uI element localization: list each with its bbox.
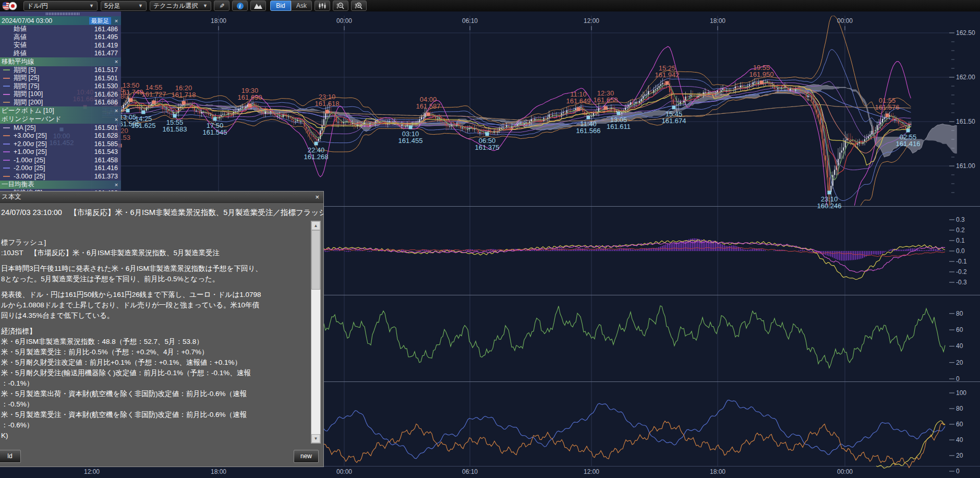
- y-axis-label: 0: [956, 468, 960, 475]
- indicator-label: 期間 [200]: [14, 98, 94, 107]
- indicator-row: +3.00σ [25]161.628: [0, 132, 121, 140]
- indicator-label: 終値: [14, 49, 94, 58]
- indicator-label: 始値: [14, 25, 94, 33]
- info-icon: i: [237, 3, 244, 9]
- indicator-value: 161.530: [94, 82, 118, 90]
- news-body-line: 8となった。5月製造業受注は予想を下回り、前月比-0.5%となった。: [1, 274, 309, 284]
- indicator-row: +1.00σ [25]161.543: [0, 148, 121, 157]
- chevron-down-icon: ▼: [89, 3, 94, 8]
- x-axis-label: 00:00: [837, 468, 853, 475]
- news-scrollbar[interactable]: ▲ ▼: [311, 221, 321, 444]
- news-body-line: 発表後、ドル・円は161円50銭から161円26銭まで下落し、ユーロ・ドルは1.…: [1, 290, 309, 300]
- x-axis-label: 18:00: [710, 17, 725, 25]
- svg-text:161.727: 161.727: [142, 90, 166, 98]
- svg-text:161.375: 161.375: [475, 144, 500, 151]
- timeframe-select[interactable]: 5分足 ▼: [101, 1, 147, 11]
- series-color-swatch: [3, 86, 10, 87]
- currency-flags: [2, 1, 20, 10]
- scrollbar-thumb[interactable]: [311, 230, 320, 290]
- news-body-line: ：-0.6%）: [1, 420, 309, 431]
- svg-text:161.583: 161.583: [163, 125, 187, 133]
- x-axis-label: 00:00: [837, 17, 853, 25]
- info-button[interactable]: i: [232, 1, 248, 11]
- svg-text:161.268: 161.268: [304, 153, 329, 161]
- x-axis-label: 18:00: [211, 468, 226, 475]
- indicator-label: +2.00σ [25]: [14, 140, 94, 148]
- indicator-value: 161.416: [94, 164, 118, 172]
- indicator-value: 161.477: [94, 50, 118, 57]
- oscillator-line: [313, 306, 945, 368]
- news-body-line: K): [1, 431, 309, 441]
- news-body-line: 経済指標】: [1, 326, 309, 337]
- y-axis-label: 0.2: [956, 226, 965, 234]
- news-body-line: [1, 284, 309, 290]
- y-axis-label: -0.2: [956, 268, 967, 276]
- svg-text:161.587: 161.587: [416, 102, 441, 110]
- ask-button[interactable]: Ask: [291, 1, 312, 11]
- news-body-line: [1, 321, 309, 326]
- section-title: 移動平均線: [2, 57, 113, 66]
- y-axis-label: 161.50: [956, 118, 975, 125]
- japan-flag-icon: [8, 2, 17, 10]
- indicator-label: MA [25]: [14, 124, 94, 132]
- news-body-line: 米・6月ISM非製造業景況指数：48.8（予想：52.7、5月：53.8）: [1, 337, 309, 347]
- y-axis-label: 40: [956, 436, 963, 444]
- y-axis-label: 0: [956, 375, 960, 383]
- zoom-in-button[interactable]: [351, 1, 367, 11]
- y-axis-label: -0.3: [956, 279, 967, 286]
- candle-chart-button[interactable]: [314, 1, 330, 11]
- newer-news-button[interactable]: new: [294, 450, 319, 463]
- x-axis-label: 06:10: [462, 468, 478, 475]
- svg-text:161.416: 161.416: [896, 140, 921, 148]
- technical-select[interactable]: テクニカル選択 ▼: [150, 1, 211, 11]
- indicator-row: 期間 [200]161.686: [0, 99, 121, 107]
- pair-select[interactable]: ドル/円 ▼: [23, 1, 98, 11]
- news-body-line: 米・5月製造業受注：前月比-0.5%（予想：+0.2%、4月：+0.7%）: [1, 347, 309, 357]
- news-body-line: :10JST 【市場反応】米・6月ISM非製造業景況指数、5月製造業受注: [1, 248, 309, 258]
- svg-text:161.674: 161.674: [662, 117, 686, 125]
- indicator-row: 期間 [75]161.530: [0, 82, 121, 91]
- close-icon[interactable]: ×: [315, 193, 319, 201]
- y-axis-label: -0.1: [956, 258, 967, 265]
- series-color-swatch: [3, 69, 10, 70]
- older-news-button[interactable]: ld: [0, 450, 21, 463]
- series-color-swatch: [3, 78, 10, 79]
- peak-label: 16:20161.718: [172, 84, 196, 105]
- svg-text:161.545: 161.545: [203, 128, 227, 136]
- indicator-row: 期間 [100]161.626: [0, 90, 121, 99]
- svg-text:160.246: 160.246: [817, 202, 842, 210]
- indicator-label: +3.00σ [25]: [14, 132, 94, 139]
- close-icon[interactable]: ×: [113, 116, 119, 123]
- indicator-label: +1.00σ [25]: [14, 148, 94, 156]
- area-chart-button[interactable]: [250, 1, 266, 11]
- news-window-title: ス本文: [2, 193, 315, 201]
- close-icon[interactable]: ×: [113, 18, 119, 24]
- series-color-swatch: [3, 151, 10, 152]
- draw-tool-button[interactable]: ✎: [214, 1, 229, 11]
- bid-button[interactable]: Bid: [270, 1, 291, 11]
- dock-grip-icon: [46, 13, 80, 15]
- panel-dock-strip: [0, 11, 121, 16]
- close-icon[interactable]: ×: [113, 182, 119, 188]
- fx-chart-app: { "toolbar": { "pair": "ドル/円", "timefram…: [0, 0, 980, 478]
- x-axis-label: 12:00: [84, 468, 100, 475]
- indicator-value: 161.419: [94, 42, 118, 49]
- indicator-section-header: ピークボトム [10]×: [0, 106, 121, 115]
- svg-text:161.611: 161.611: [607, 123, 631, 130]
- indicator-section-header: 移動平均線×: [0, 57, 121, 66]
- y-axis-label: 161.00: [956, 162, 975, 170]
- news-body-line: 標フラッシュ]: [1, 237, 309, 248]
- close-icon[interactable]: ×: [113, 58, 119, 65]
- scroll-up-icon[interactable]: ▲: [311, 221, 320, 230]
- x-axis-label: 00:00: [336, 17, 352, 25]
- latest-bar-button[interactable]: 最新足: [89, 17, 112, 25]
- scroll-down-icon[interactable]: ▼: [311, 434, 320, 443]
- news-body-line: 米・5月耐久財受注改定値：前月比+0.1%（予想：+0.1%、速報値：+0.1%…: [1, 357, 309, 368]
- indicator-label: 期間 [100]: [14, 90, 94, 99]
- svg-text:161.658: 161.658: [594, 96, 618, 104]
- news-title-bar[interactable]: ス本文 ×: [0, 192, 323, 203]
- indicator-value: 161.495: [94, 33, 118, 41]
- close-icon[interactable]: ×: [113, 107, 119, 114]
- zoom-out-button[interactable]: [333, 1, 348, 11]
- candlestick-icon: [318, 2, 327, 9]
